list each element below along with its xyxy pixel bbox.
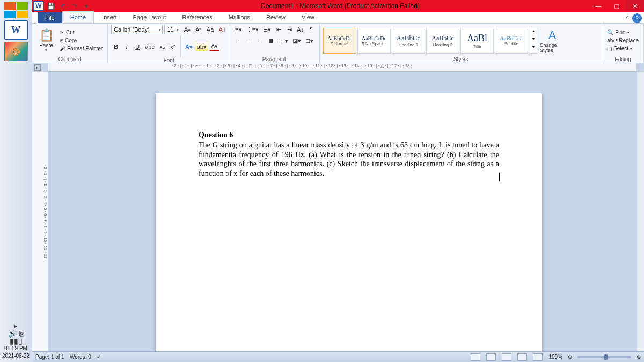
network-icon[interactable]: ▮▮▯ — [10, 337, 23, 345]
italic-button[interactable]: I — [122, 42, 131, 51]
clear-formatting-button[interactable]: A⃠ — [217, 25, 226, 34]
brush-icon: 🖌 — [60, 46, 65, 51]
align-right-button[interactable]: ≡ — [255, 36, 265, 46]
view-print-layout-button[interactable] — [471, 353, 480, 361]
underline-button[interactable]: U — [133, 42, 142, 51]
tab-insert[interactable]: Insert — [94, 11, 125, 23]
undo-icon[interactable]: ↶ — [58, 1, 68, 11]
minimize-button[interactable]: — — [589, 0, 608, 12]
group-editing: 🔍Find▾ ab⇄Replace ⬚Select▾ Editing — [602, 24, 644, 63]
style-normal[interactable]: AaBbCcDc¶ Normal — [323, 28, 356, 54]
help-icon[interactable]: ? — [632, 13, 642, 23]
tab-file[interactable]: File — [38, 12, 62, 23]
styles-scroll[interactable]: ▴▾▾ — [530, 28, 537, 54]
close-button[interactable]: ✕ — [626, 0, 644, 12]
volume-icon[interactable]: 🔊 ⎘ — [8, 330, 24, 337]
document-area: · 2 · | · 1 · | · ⌐ · | · 1 · | · 2 · | … — [32, 63, 644, 351]
bold-button[interactable]: B — [111, 42, 121, 51]
style-heading2[interactable]: AaBbCcHeading 2 — [426, 28, 459, 54]
minimize-ribbon-icon[interactable]: ^ — [623, 13, 632, 23]
change-case-button[interactable]: Aa — [205, 25, 215, 34]
ribbon-tabs: File Home Insert Page Layout References … — [32, 12, 644, 24]
font-family-combo[interactable]: Calibri (Body) — [111, 25, 163, 34]
paste-button[interactable]: 📋 Paste ▾ — [35, 27, 57, 54]
style-heading1[interactable]: AaBbCcHeading 1 — [392, 28, 425, 54]
borders-button[interactable]: ⊞▾ — [304, 36, 315, 46]
tray-time[interactable]: 05:59 PM — [4, 345, 27, 352]
grow-font-button[interactable]: A▴ — [182, 25, 192, 34]
tray-expand-icon[interactable]: ▸ — [14, 322, 17, 330]
redo-icon[interactable]: ↷ — [70, 1, 79, 11]
zoom-in-button[interactable]: ⊕ — [636, 354, 641, 360]
maximize-button[interactable]: ▢ — [608, 0, 626, 12]
status-words[interactable]: Words: 0 — [70, 354, 91, 360]
cut-icon: ✂ — [60, 29, 64, 35]
font-color-button[interactable]: A▾ — [209, 42, 219, 51]
system-tray[interactable]: ▸ 🔊 ⎘ ▮▮▯ 05:59 PM 2021-06-22 — [0, 322, 32, 362]
sort-button[interactable]: A↓ — [295, 25, 305, 34]
select-button[interactable]: ⬚Select▾ — [605, 45, 640, 52]
line-spacing-button[interactable]: ‡≡▾ — [276, 36, 290, 46]
document-scrollpane[interactable]: Question 6 The G string on a guitar has … — [48, 72, 636, 351]
save-icon[interactable]: 💾 — [46, 1, 56, 11]
tab-review[interactable]: Review — [258, 11, 294, 23]
group-label-clipboard: Clipboard — [35, 56, 104, 63]
view-draft-button[interactable] — [533, 353, 543, 361]
subscript-button[interactable]: x₂ — [157, 42, 167, 51]
strikethrough-button[interactable]: abc — [143, 42, 156, 51]
select-icon: ⬚ — [607, 46, 612, 51]
styles-gallery[interactable]: AaBbCcDc¶ Normal AaBbCcDc¶ No Spaci... A… — [323, 28, 528, 54]
tab-view[interactable]: View — [294, 11, 323, 23]
zoom-level[interactable]: 100% — [548, 354, 562, 360]
multilevel-list-button[interactable]: ⊟▾ — [261, 25, 273, 34]
taskbar-paint-icon[interactable]: 🎨 — [4, 42, 28, 61]
shading-button[interactable]: ◪▾ — [291, 36, 303, 46]
align-left-button[interactable]: ≡ — [233, 36, 243, 46]
copy-button[interactable]: ⎘Copy — [58, 37, 104, 44]
view-outline-button[interactable] — [517, 353, 527, 361]
tab-selector[interactable]: L — [34, 64, 41, 71]
format-painter-button[interactable]: 🖌Format Painter — [58, 45, 104, 52]
status-proofing-icon[interactable]: ✓ — [97, 354, 101, 360]
horizontal-ruler[interactable]: · 2 · | · 1 · | · ⌐ · | · 1 · | · 2 · | … — [48, 63, 636, 72]
decrease-indent-button[interactable]: ⇤ — [274, 25, 283, 34]
zoom-out-button[interactable]: ⊖ — [568, 354, 572, 360]
style-subtitle[interactable]: AaBbCcLSubtitle — [495, 28, 528, 54]
view-full-screen-button[interactable] — [486, 353, 496, 361]
numbering-button[interactable]: ⋮≡▾ — [245, 25, 260, 34]
font-size-combo[interactable]: 11 — [164, 25, 180, 34]
style-nospacing[interactable]: AaBbCcDc¶ No Spaci... — [357, 28, 391, 54]
vertical-scrollbar[interactable] — [636, 72, 644, 351]
view-web-layout-button[interactable] — [502, 353, 511, 361]
start-button[interactable] — [4, 2, 28, 18]
zoom-slider[interactable] — [577, 356, 631, 358]
find-button[interactable]: 🔍Find▾ — [605, 29, 640, 36]
vertical-ruler[interactable]: · 2 · 1 · | · 1 · 2 · 3 · 4 · 5 · 6 · 7 … — [32, 72, 48, 351]
status-page[interactable]: Page: 1 of 1 — [35, 354, 64, 360]
bullets-button[interactable]: ≡▾ — [233, 25, 243, 34]
change-styles-button[interactable]: A Change Styles — [539, 27, 566, 54]
superscript-button[interactable]: x² — [168, 42, 178, 51]
shrink-font-button[interactable]: A▾ — [194, 25, 203, 34]
align-center-button[interactable]: ≡ — [244, 36, 254, 46]
taskbar-word-icon[interactable]: W — [4, 20, 28, 40]
style-title[interactable]: AaBlTitle — [460, 28, 494, 54]
justify-button[interactable]: ≣ — [266, 36, 275, 46]
tab-references[interactable]: References — [174, 11, 220, 23]
qat-customize-icon[interactable]: ▾ — [82, 1, 91, 11]
increase-indent-button[interactable]: ⇥ — [284, 25, 294, 34]
replace-button[interactable]: ab⇄Replace — [605, 37, 640, 44]
document-page[interactable]: Question 6 The G string on a guitar has … — [156, 93, 542, 351]
tray-date[interactable]: 2021-06-22 — [2, 352, 30, 360]
tab-page-layout[interactable]: Page Layout — [125, 11, 174, 23]
tab-mailings[interactable]: Mailings — [221, 11, 258, 23]
tab-home[interactable]: Home — [62, 11, 94, 23]
word-app-icon[interactable]: W — [33, 1, 44, 11]
cut-button[interactable]: ✂Cut — [58, 29, 104, 36]
quick-access-toolbar: W 💾 ↶ ↷ ▾ — [32, 1, 91, 11]
paste-label: Paste — [39, 42, 53, 48]
show-marks-button[interactable]: ¶ — [306, 25, 316, 34]
titlebar: W 💾 ↶ ↷ ▾ Document1 - Microsoft Word (Pr… — [32, 0, 644, 12]
highlight-button[interactable]: ab▾ — [195, 42, 208, 51]
text-effects-button[interactable]: A▾ — [184, 42, 194, 51]
